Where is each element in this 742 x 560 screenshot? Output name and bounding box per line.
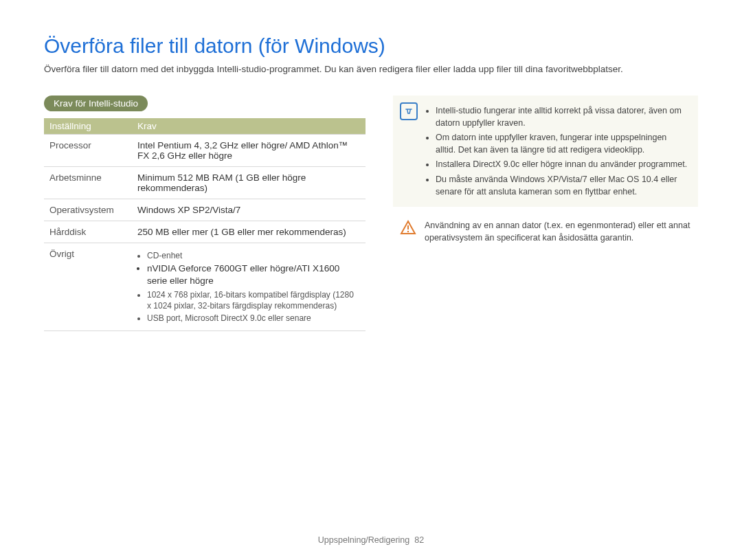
- section-header: Krav för Intelli-studio: [44, 96, 148, 111]
- svg-point-1: [407, 231, 409, 232]
- table-row: Arbetsminne Minimum 512 MB RAM (1 GB ell…: [44, 166, 366, 199]
- table-row: Operativsystem Windows XP SP2/Vista/7: [44, 199, 366, 221]
- note-icon: [400, 102, 418, 120]
- other-item: 1024 x 768 pixlar, 16-bitars kompatibel …: [147, 289, 360, 311]
- th-setting: Inställning: [44, 118, 132, 135]
- other-item: CD-enhet: [147, 250, 360, 261]
- warning-box: Användning av en annan dator (t.ex. en e…: [393, 219, 698, 244]
- th-requirement: Krav: [132, 118, 366, 135]
- page-title: Överföra filer till datorn (för Windows): [44, 34, 698, 58]
- row-label: Operativsystem: [44, 199, 132, 221]
- page-footer: Uppspelning/Redigering 82: [0, 535, 742, 545]
- row-value: 250 MB eller mer (1 GB eller mer rekomme…: [132, 221, 366, 243]
- row-value: Minimum 512 MB RAM (1 GB eller högre rek…: [132, 166, 366, 199]
- intro-text: Överföra filer till datorn med det inbyg…: [44, 63, 698, 76]
- row-label: Processor: [44, 134, 132, 166]
- table-row: Hårddisk 250 MB eller mer (1 GB eller me…: [44, 221, 366, 243]
- note-item: Intelli-studio fungerar inte alltid korr…: [436, 104, 688, 129]
- warning-text: Användning av en annan dator (t.ex. en e…: [425, 219, 698, 244]
- note-item: Om datorn inte uppfyller kraven, fungera…: [436, 131, 688, 156]
- requirements-table: Inställning Krav Processor Intel Pentium…: [44, 118, 366, 331]
- note-item: Du måste använda Windows XP/Vista/7 elle…: [436, 173, 688, 198]
- row-label: Övrigt: [44, 243, 132, 331]
- footer-section: Uppspelning/Redigering: [318, 535, 409, 545]
- footer-page: 82: [414, 535, 424, 545]
- row-label: Hårddisk: [44, 221, 132, 243]
- row-value: Windows XP SP2/Vista/7: [132, 199, 366, 221]
- note-item: Installera DirectX 9.0c eller högre inna…: [436, 158, 688, 170]
- table-row: Processor Intel Pentium 4, 3,2 GHz eller…: [44, 134, 366, 166]
- row-label: Arbetsminne: [44, 166, 132, 199]
- other-item: USB port, Microsoft DirectX 9.0c eller s…: [147, 313, 360, 324]
- row-value: CD-enhet nVIDIA Geforce 7600GT eller hög…: [132, 243, 366, 331]
- note-box: Intelli-studio fungerar inte alltid korr…: [393, 96, 698, 207]
- row-value: Intel Pentium 4, 3,2 GHz eller högre/ AM…: [132, 134, 366, 166]
- table-row: Övrigt CD-enhet nVIDIA Geforce 7600GT el…: [44, 243, 366, 331]
- warning-icon: [400, 219, 416, 236]
- other-item: nVIDIA Geforce 7600GT eller högre/ATI X1…: [147, 262, 360, 287]
